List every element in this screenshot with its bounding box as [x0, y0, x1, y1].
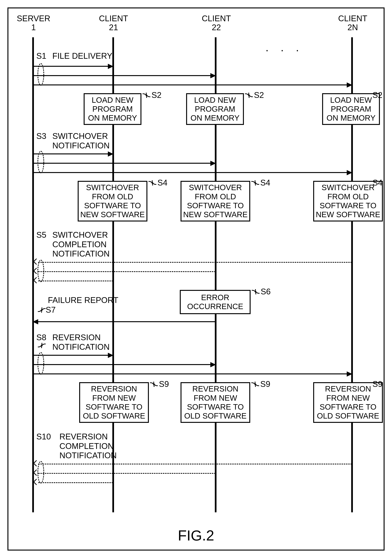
- s5-arrow-c22: [38, 271, 216, 272]
- s4-tag-c22: S4: [260, 178, 270, 187]
- s8-label: REVERSION NOTIFICATION: [52, 333, 110, 352]
- server-lifeline: [32, 37, 34, 512]
- s1-tag: S1: [36, 51, 46, 61]
- s8-arrow-c22: [34, 364, 214, 365]
- s10-arrow-c21: [38, 482, 113, 483]
- s5-tag: S5: [36, 230, 46, 240]
- s3-arrow-c22: [34, 163, 214, 164]
- figure-caption: FIG.2: [178, 527, 214, 544]
- s8-arrowhead-c21: [108, 353, 113, 358]
- s3-label: SWITCHOVER NOTIFICATION: [52, 131, 110, 150]
- s2-tag-c2n: S2: [372, 90, 383, 100]
- s3-arrow-c2n: [34, 172, 350, 173]
- s9-squiggle-c21: [150, 381, 157, 387]
- s7-label: FAILURE REPORT: [48, 296, 118, 305]
- s7-arrowhead: [33, 319, 38, 324]
- s3-arrowhead-c2n: [347, 170, 352, 175]
- s9-tag-c22: S9: [260, 379, 270, 389]
- client22-label: CLIENT 22: [202, 14, 231, 32]
- s3-tag: S3: [36, 131, 46, 141]
- s6-tag: S6: [261, 287, 271, 296]
- s9-box-c22: REVERSION FROM NEW SOFTWARE TO OLD SOFTW…: [180, 382, 250, 423]
- s2-box-c2n: LOAD NEW PROGRAM ON MEMORY: [322, 93, 380, 125]
- s2-squiggle-c21: [143, 92, 150, 98]
- s10-bundle: [37, 461, 44, 483]
- s7-squiggle: [38, 307, 46, 313]
- s4-box-c21: SWITCHOVER FROM OLD SOFTWARE TO NEW SOFT…: [78, 181, 147, 221]
- server-label: SERVER 1: [17, 14, 50, 32]
- s5-label: SWITCHOVER COMPLETION NOTIFICATION: [52, 230, 110, 259]
- s9-tag-c2n: S9: [372, 379, 383, 389]
- s5-bundle: [37, 260, 44, 282]
- s8-arrow-c21: [34, 355, 111, 356]
- s1-arrow-c22: [34, 75, 214, 76]
- s10-tag: S10: [36, 432, 51, 441]
- s1-label: FILE DELIVERY: [52, 51, 112, 61]
- s9-squiggle-c22: [251, 381, 259, 387]
- s3-arrowhead-c22: [210, 161, 216, 166]
- s7-arrow: [38, 321, 215, 322]
- s6-box: ERROR OCCURRENCE: [180, 290, 251, 314]
- s1-arrowhead-c22: [210, 73, 216, 78]
- s1-bundle: [37, 63, 44, 86]
- s5-arrow-c2n: [38, 262, 352, 263]
- s4-box-c22: SWITCHOVER FROM OLD SOFTWARE TO NEW SOFT…: [180, 181, 250, 221]
- s2-squiggle-c22: [245, 92, 252, 98]
- s4-tag-c2n: S4: [372, 178, 383, 187]
- s3-arrowhead-c21: [108, 151, 113, 157]
- s8-squiggle: [38, 342, 46, 348]
- s10-label: REVERSION COMPLETION NOTIFICATION: [60, 432, 117, 460]
- s9-box-c21: REVERSION FROM NEW SOFTWARE TO OLD SOFTW…: [79, 382, 149, 423]
- s4-tag-c21: S4: [157, 178, 168, 187]
- s2-box-c22: LOAD NEW PROGRAM ON MEMORY: [186, 93, 244, 125]
- s10-arrow-c2n: [38, 464, 352, 464]
- client2n-label: CLIENT 2N: [338, 14, 367, 32]
- s1-arrowhead-c2n: [347, 82, 352, 88]
- s8-arrowhead-c2n: [347, 371, 352, 377]
- s1-arrow-c21: [34, 66, 111, 67]
- s9-tag-c21: S9: [159, 379, 169, 389]
- s5-arrow-c21: [38, 281, 113, 281]
- client21-label: CLIENT 21: [99, 14, 128, 32]
- s4-squiggle-c22: [251, 180, 259, 185]
- s8-arrow-c2n: [34, 374, 350, 374]
- s6-squiggle: [252, 288, 259, 294]
- s8-arrowhead-c22: [210, 362, 216, 367]
- s10-arrow-c22: [38, 473, 216, 474]
- s3-arrow-c21: [34, 153, 111, 154]
- s1-arrowhead-c21: [108, 64, 113, 69]
- s2-box-c21: LOAD NEW PROGRAM ON MEMORY: [84, 93, 141, 125]
- s8-tag: S8: [36, 333, 46, 342]
- s2-tag-c22: S2: [254, 90, 264, 100]
- s8-bundle: [37, 352, 44, 375]
- s1-arrow-c2n: [34, 85, 350, 85]
- s7-tag: S7: [46, 305, 56, 314]
- s2-tag-c21: S2: [152, 90, 162, 100]
- ellipsis: . . .: [265, 41, 303, 54]
- sequence-diagram: SERVER 1 CLIENT 21 CLIENT 22 CLIENT 2N .…: [8, 8, 384, 550]
- s3-bundle: [37, 151, 44, 173]
- s4-squiggle-c21: [148, 180, 156, 185]
